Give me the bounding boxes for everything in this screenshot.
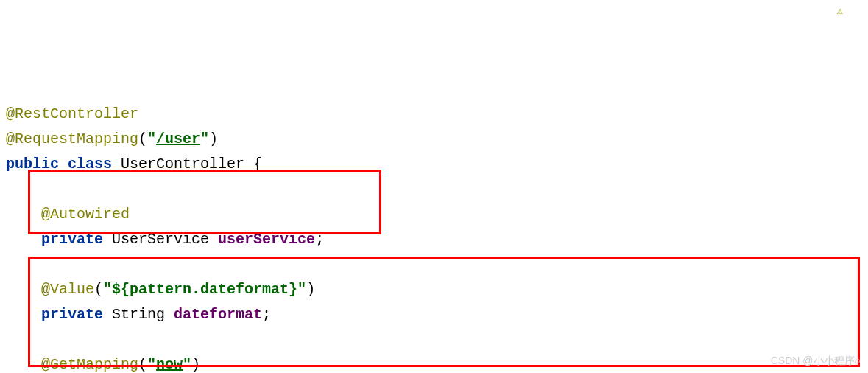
code-editor[interactable]: @RestController @RequestMapping("/user")… [6,102,862,373]
string-quote: " [147,130,156,147]
keyword-public: public [6,156,59,172]
annotation-value: @Value [41,281,94,298]
string-value: ${pattern.dateformat} [112,281,297,298]
paren: ( [138,130,147,147]
annotation-getmapping: @GetMapping [41,356,138,373]
type-string: String [112,306,165,323]
paren: ( [138,356,147,373]
string-now: now [156,356,183,373]
keyword-private: private [41,231,103,248]
warning-icon[interactable]: ⚠ [837,3,843,21]
class-name: UserController [121,156,244,172]
paren: ) [306,281,315,298]
keyword-private: private [41,306,103,323]
string-quote: " [200,130,209,147]
string-quote: " [183,356,191,373]
paren: ) [191,356,200,373]
paren: ) [209,130,218,147]
keyword-class: class [68,156,112,172]
paren: ( [94,281,103,298]
annotation-restcontroller: @RestController [6,105,138,122]
annotation-autowired: @Autowired [41,206,130,223]
string-quote: " [147,356,156,373]
annotation-requestmapping: @RequestMapping [6,130,138,147]
semi: ; [315,231,324,248]
semi: ; [262,306,271,323]
string-quote: " [103,281,112,298]
string-path: /user [156,130,200,147]
field-userservice: userService [218,231,315,248]
brace: { [244,156,262,172]
string-quote: " [297,281,306,298]
type-userservice: UserService [112,231,209,248]
field-dateformat: dateformat [174,306,262,323]
watermark-text: CSDN @小小程序○ [771,352,861,370]
